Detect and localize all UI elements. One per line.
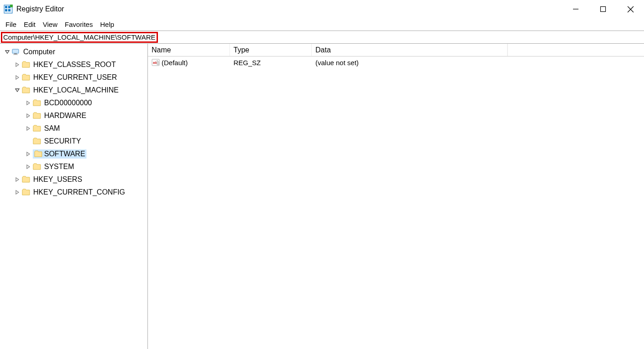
- tree-label: SAM: [44, 124, 60, 133]
- svg-rect-12: [13, 54, 18, 55]
- tree-label: HKEY_LOCAL_MACHINE: [33, 86, 119, 94]
- column-header-name[interactable]: Name: [148, 44, 230, 56]
- chevron-down-icon[interactable]: [4, 48, 11, 56]
- list-body[interactable]: ab (Default) REG_SZ (value not set): [148, 56, 644, 349]
- column-header-spacer: [507, 44, 644, 56]
- chevron-right-icon[interactable]: [25, 125, 32, 132]
- folder-icon: [33, 124, 41, 133]
- address-bar[interactable]: Computer\HKEY_LOCAL_MACHINE\SOFTWARE: [0, 31, 644, 44]
- folder-icon: [33, 163, 41, 171]
- column-header-data[interactable]: Data: [312, 44, 507, 56]
- svg-rect-11: [14, 53, 17, 54]
- maximize-button[interactable]: [589, 0, 617, 18]
- tree-label: HKEY_CURRENT_USER: [33, 73, 117, 82]
- menu-help[interactable]: Help: [96, 20, 118, 29]
- computer-icon: [12, 48, 20, 56]
- title-bar: Registry Editor: [0, 0, 644, 18]
- folder-icon: [22, 86, 30, 94]
- list-header: Name Type Data: [148, 44, 644, 56]
- tree-label: Computer: [23, 48, 55, 56]
- tree-bcd[interactable]: BCD00000000: [1, 97, 147, 109]
- tree-software[interactable]: SOFTWARE: [1, 148, 147, 160]
- tree-label: HKEY_CURRENT_CONFIG: [33, 188, 125, 196]
- tree-pane[interactable]: Computer HKEY_CLASSES_ROOT: [0, 44, 148, 349]
- regedit-icon: [4, 5, 13, 14]
- folder-icon: [22, 188, 30, 196]
- chevron-right-icon[interactable]: [25, 112, 32, 119]
- folder-icon: [34, 150, 42, 158]
- tree-sam[interactable]: SAM: [1, 122, 147, 135]
- svg-rect-7: [601, 7, 606, 12]
- svg-text:ab: ab: [153, 61, 157, 65]
- svg-rect-1: [5, 6, 7, 8]
- menu-view[interactable]: View: [39, 20, 61, 29]
- tree-label: HARDWARE: [44, 112, 86, 120]
- main-area: Computer HKEY_CLASSES_ROOT: [0, 44, 644, 349]
- tree-label: HKEY_USERS: [33, 175, 82, 184]
- minimize-button[interactable]: [562, 0, 589, 18]
- close-button[interactable]: [617, 0, 644, 18]
- tree-label: SYSTEM: [44, 163, 74, 171]
- value-type: REG_SZ: [230, 58, 312, 67]
- folder-icon: [33, 112, 41, 120]
- chevron-right-icon[interactable]: [25, 150, 32, 158]
- tree-hku[interactable]: HKEY_USERS: [1, 173, 147, 186]
- chevron-right-icon[interactable]: [25, 99, 32, 107]
- value-name: (Default): [162, 59, 188, 67]
- list-pane: Name Type Data ab (Default) REG_SZ (valu…: [148, 44, 644, 349]
- chevron-down-icon[interactable]: [14, 87, 21, 94]
- menu-edit[interactable]: Edit: [20, 20, 39, 29]
- value-row[interactable]: ab (Default) REG_SZ (value not set): [148, 56, 644, 68]
- column-header-type[interactable]: Type: [230, 44, 312, 56]
- chevron-right-icon[interactable]: [14, 74, 21, 81]
- tree-label: SOFTWARE: [44, 150, 85, 158]
- tree-label: BCD00000000: [44, 99, 92, 107]
- folder-icon: [33, 99, 41, 107]
- folder-icon: [22, 73, 30, 82]
- tree-label: HKEY_CLASSES_ROOT: [33, 61, 116, 69]
- tree-computer[interactable]: Computer: [1, 46, 147, 58]
- chevron-right-icon[interactable]: [25, 163, 32, 170]
- tree-hklm[interactable]: HKEY_LOCAL_MACHINE: [1, 84, 147, 97]
- tree-hardware[interactable]: HARDWARE: [1, 109, 147, 122]
- menu-bar: File Edit View Favorites Help: [0, 18, 644, 31]
- svg-rect-3: [5, 9, 7, 11]
- tree-system[interactable]: SYSTEM: [1, 160, 147, 173]
- tree-hkcc[interactable]: HKEY_CURRENT_CONFIG: [1, 186, 147, 199]
- address-path[interactable]: Computer\HKEY_LOCAL_MACHINE\SOFTWARE: [1, 32, 158, 43]
- svg-rect-4: [8, 9, 10, 11]
- tree-security[interactable]: SECURITY: [1, 135, 147, 148]
- menu-favorites[interactable]: Favorites: [61, 20, 96, 29]
- window-controls: [562, 0, 644, 18]
- svg-rect-10: [12, 49, 19, 53]
- tree-hkcr[interactable]: HKEY_CLASSES_ROOT: [1, 58, 147, 71]
- chevron-right-icon[interactable]: [14, 176, 21, 183]
- folder-icon: [22, 175, 30, 184]
- folder-icon: [33, 137, 41, 145]
- chevron-right-icon[interactable]: [14, 189, 21, 196]
- menu-file[interactable]: File: [2, 20, 20, 29]
- string-value-icon: ab: [152, 58, 160, 67]
- app-title: Registry Editor: [16, 5, 64, 13]
- chevron-right-icon[interactable]: [14, 61, 21, 68]
- svg-rect-5: [10, 5, 13, 7]
- folder-icon: [22, 61, 30, 69]
- value-data: (value not set): [312, 58, 507, 67]
- tree-label: SECURITY: [44, 137, 81, 145]
- tree-hkcu[interactable]: HKEY_CURRENT_USER: [1, 71, 147, 84]
